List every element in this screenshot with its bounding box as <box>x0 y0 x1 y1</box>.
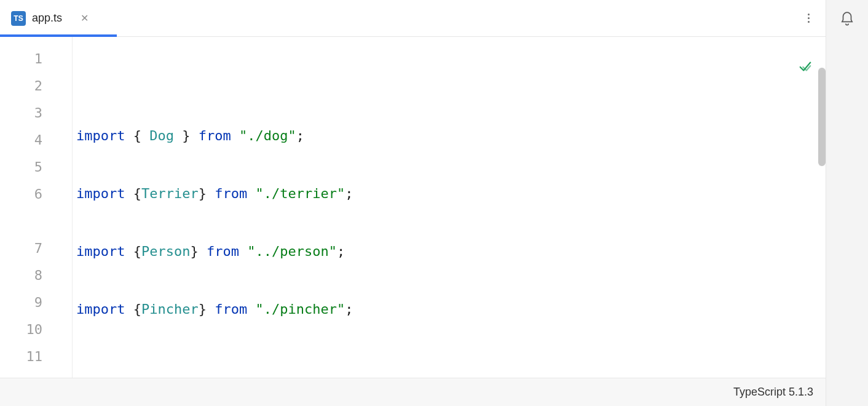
notifications-bell-icon[interactable] <box>839 11 855 30</box>
tab-bar: TS app.ts ✕ <box>0 0 826 37</box>
tab-filename: app.ts <box>32 12 62 25</box>
line-number: 6 <box>0 181 42 208</box>
vertical-scrollbar[interactable] <box>818 68 826 166</box>
code-line: import { Dog } from "./dog"; <box>76 122 826 149</box>
language-version-label[interactable]: TypeScript 5.1.3 <box>733 386 813 399</box>
close-tab-icon[interactable]: ✕ <box>81 12 89 24</box>
inspection-ok-icon[interactable] <box>717 44 812 92</box>
line-number: 5 <box>0 154 42 181</box>
more-options-icon[interactable] <box>802 12 815 25</box>
line-number: 7 <box>0 235 42 262</box>
line-number <box>0 208 42 235</box>
code-line: import {Terrier} from "./terrier"; <box>76 180 826 207</box>
right-tool-sidebar <box>826 0 868 406</box>
line-number: 10 <box>0 316 42 343</box>
code-content[interactable]: import { Dog } from "./dog"; import {Ter… <box>73 37 826 378</box>
code-line: import {Person} from "../person"; <box>76 238 826 265</box>
tab-bar-actions <box>802 12 815 25</box>
editor-main: TS app.ts ✕ 1 2 3 4 5 6 7 8 9 10 <box>0 0 826 406</box>
line-number: 8 <box>0 262 42 289</box>
status-bar: TypeScript 5.1.3 <box>0 378 826 406</box>
line-number: 9 <box>0 289 42 316</box>
line-number: 2 <box>0 73 42 100</box>
line-number: 1 <box>0 46 42 73</box>
line-number: 4 <box>0 127 42 154</box>
file-tab[interactable]: TS app.ts ✕ <box>0 0 100 36</box>
code-line: import {Pincher} from "./pincher"; <box>76 296 826 323</box>
line-number: 3 <box>0 100 42 127</box>
editor-area[interactable]: 1 2 3 4 5 6 7 8 9 10 11 import { Dog } f… <box>0 37 826 378</box>
typescript-file-icon: TS <box>11 11 26 26</box>
line-number-gutter: 1 2 3 4 5 6 7 8 9 10 11 <box>0 37 73 378</box>
code-line <box>76 354 826 378</box>
line-number: 11 <box>0 343 42 370</box>
